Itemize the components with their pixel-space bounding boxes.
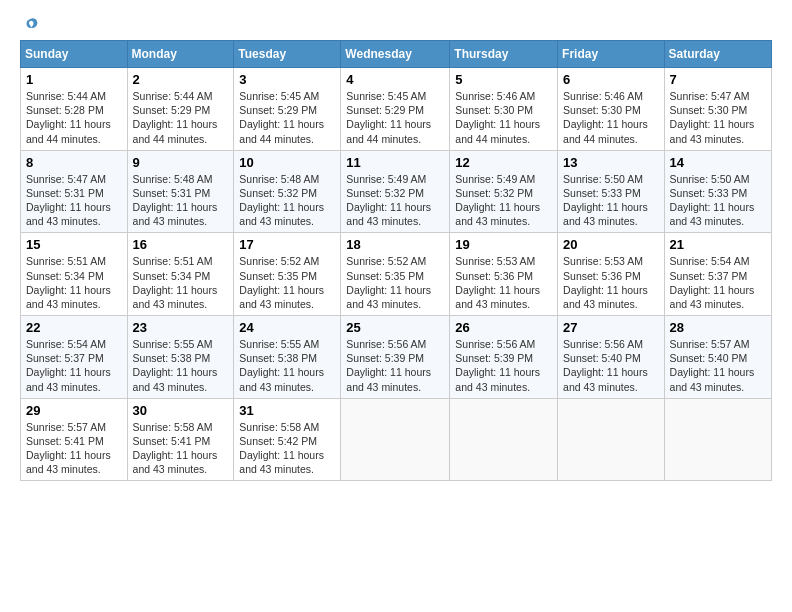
day-info: Sunrise: 5:49 AMSunset: 5:32 PMDaylight:… <box>346 172 444 229</box>
weekday-header-friday: Friday <box>558 41 665 68</box>
day-number: 20 <box>563 237 659 252</box>
day-info: Sunrise: 5:44 AMSunset: 5:29 PMDaylight:… <box>133 89 229 146</box>
day-number: 28 <box>670 320 766 335</box>
day-info: Sunrise: 5:47 AMSunset: 5:31 PMDaylight:… <box>26 172 122 229</box>
weekday-header-saturday: Saturday <box>664 41 771 68</box>
calendar-cell: 2Sunrise: 5:44 AMSunset: 5:29 PMDaylight… <box>127 68 234 151</box>
calendar-cell: 11Sunrise: 5:49 AMSunset: 5:32 PMDayligh… <box>341 150 450 233</box>
day-number: 11 <box>346 155 444 170</box>
calendar-cell: 9Sunrise: 5:48 AMSunset: 5:31 PMDaylight… <box>127 150 234 233</box>
day-info: Sunrise: 5:44 AMSunset: 5:28 PMDaylight:… <box>26 89 122 146</box>
day-info: Sunrise: 5:53 AMSunset: 5:36 PMDaylight:… <box>563 254 659 311</box>
day-number: 16 <box>133 237 229 252</box>
day-info: Sunrise: 5:51 AMSunset: 5:34 PMDaylight:… <box>26 254 122 311</box>
day-info: Sunrise: 5:49 AMSunset: 5:32 PMDaylight:… <box>455 172 552 229</box>
day-number: 25 <box>346 320 444 335</box>
day-number: 13 <box>563 155 659 170</box>
calendar-cell <box>558 398 665 481</box>
day-info: Sunrise: 5:57 AMSunset: 5:41 PMDaylight:… <box>26 420 122 477</box>
calendar-cell: 23Sunrise: 5:55 AMSunset: 5:38 PMDayligh… <box>127 316 234 399</box>
day-info: Sunrise: 5:46 AMSunset: 5:30 PMDaylight:… <box>563 89 659 146</box>
day-info: Sunrise: 5:45 AMSunset: 5:29 PMDaylight:… <box>239 89 335 146</box>
day-number: 18 <box>346 237 444 252</box>
calendar-cell: 6Sunrise: 5:46 AMSunset: 5:30 PMDaylight… <box>558 68 665 151</box>
day-number: 12 <box>455 155 552 170</box>
day-number: 3 <box>239 72 335 87</box>
day-number: 5 <box>455 72 552 87</box>
day-info: Sunrise: 5:50 AMSunset: 5:33 PMDaylight:… <box>563 172 659 229</box>
day-info: Sunrise: 5:50 AMSunset: 5:33 PMDaylight:… <box>670 172 766 229</box>
day-info: Sunrise: 5:58 AMSunset: 5:41 PMDaylight:… <box>133 420 229 477</box>
day-number: 15 <box>26 237 122 252</box>
day-number: 22 <box>26 320 122 335</box>
day-number: 8 <box>26 155 122 170</box>
calendar-cell: 12Sunrise: 5:49 AMSunset: 5:32 PMDayligh… <box>450 150 558 233</box>
day-info: Sunrise: 5:53 AMSunset: 5:36 PMDaylight:… <box>455 254 552 311</box>
day-info: Sunrise: 5:48 AMSunset: 5:31 PMDaylight:… <box>133 172 229 229</box>
day-info: Sunrise: 5:57 AMSunset: 5:40 PMDaylight:… <box>670 337 766 394</box>
day-number: 17 <box>239 237 335 252</box>
day-number: 2 <box>133 72 229 87</box>
day-number: 26 <box>455 320 552 335</box>
calendar-cell: 7Sunrise: 5:47 AMSunset: 5:30 PMDaylight… <box>664 68 771 151</box>
calendar-cell <box>341 398 450 481</box>
day-info: Sunrise: 5:56 AMSunset: 5:39 PMDaylight:… <box>455 337 552 394</box>
day-number: 9 <box>133 155 229 170</box>
day-number: 6 <box>563 72 659 87</box>
calendar-cell: 5Sunrise: 5:46 AMSunset: 5:30 PMDaylight… <box>450 68 558 151</box>
calendar-cell: 24Sunrise: 5:55 AMSunset: 5:38 PMDayligh… <box>234 316 341 399</box>
logo-text <box>20 20 40 34</box>
calendar-week-row: 1Sunrise: 5:44 AMSunset: 5:28 PMDaylight… <box>21 68 772 151</box>
calendar-cell: 22Sunrise: 5:54 AMSunset: 5:37 PMDayligh… <box>21 316 128 399</box>
calendar-cell: 13Sunrise: 5:50 AMSunset: 5:33 PMDayligh… <box>558 150 665 233</box>
calendar-body: 1Sunrise: 5:44 AMSunset: 5:28 PMDaylight… <box>21 68 772 481</box>
day-number: 27 <box>563 320 659 335</box>
calendar-cell: 4Sunrise: 5:45 AMSunset: 5:29 PMDaylight… <box>341 68 450 151</box>
day-info: Sunrise: 5:56 AMSunset: 5:39 PMDaylight:… <box>346 337 444 394</box>
day-number: 19 <box>455 237 552 252</box>
calendar-week-row: 15Sunrise: 5:51 AMSunset: 5:34 PMDayligh… <box>21 233 772 316</box>
day-number: 29 <box>26 403 122 418</box>
calendar-cell: 20Sunrise: 5:53 AMSunset: 5:36 PMDayligh… <box>558 233 665 316</box>
weekday-header-wednesday: Wednesday <box>341 41 450 68</box>
day-info: Sunrise: 5:54 AMSunset: 5:37 PMDaylight:… <box>26 337 122 394</box>
calendar-cell: 25Sunrise: 5:56 AMSunset: 5:39 PMDayligh… <box>341 316 450 399</box>
calendar-cell: 29Sunrise: 5:57 AMSunset: 5:41 PMDayligh… <box>21 398 128 481</box>
calendar-cell: 30Sunrise: 5:58 AMSunset: 5:41 PMDayligh… <box>127 398 234 481</box>
weekday-header-sunday: Sunday <box>21 41 128 68</box>
calendar-cell: 26Sunrise: 5:56 AMSunset: 5:39 PMDayligh… <box>450 316 558 399</box>
day-info: Sunrise: 5:48 AMSunset: 5:32 PMDaylight:… <box>239 172 335 229</box>
calendar-cell: 28Sunrise: 5:57 AMSunset: 5:40 PMDayligh… <box>664 316 771 399</box>
day-number: 21 <box>670 237 766 252</box>
calendar-cell <box>664 398 771 481</box>
calendar-cell: 27Sunrise: 5:56 AMSunset: 5:40 PMDayligh… <box>558 316 665 399</box>
day-number: 7 <box>670 72 766 87</box>
day-info: Sunrise: 5:46 AMSunset: 5:30 PMDaylight:… <box>455 89 552 146</box>
weekday-header-monday: Monday <box>127 41 234 68</box>
day-number: 24 <box>239 320 335 335</box>
day-info: Sunrise: 5:55 AMSunset: 5:38 PMDaylight:… <box>133 337 229 394</box>
calendar-cell: 17Sunrise: 5:52 AMSunset: 5:35 PMDayligh… <box>234 233 341 316</box>
day-number: 23 <box>133 320 229 335</box>
day-info: Sunrise: 5:56 AMSunset: 5:40 PMDaylight:… <box>563 337 659 394</box>
calendar-cell: 8Sunrise: 5:47 AMSunset: 5:31 PMDaylight… <box>21 150 128 233</box>
day-info: Sunrise: 5:47 AMSunset: 5:30 PMDaylight:… <box>670 89 766 146</box>
logo-bird-icon <box>22 16 40 34</box>
calendar-week-row: 29Sunrise: 5:57 AMSunset: 5:41 PMDayligh… <box>21 398 772 481</box>
weekday-header-thursday: Thursday <box>450 41 558 68</box>
day-number: 30 <box>133 403 229 418</box>
calendar-cell: 14Sunrise: 5:50 AMSunset: 5:33 PMDayligh… <box>664 150 771 233</box>
calendar-week-row: 22Sunrise: 5:54 AMSunset: 5:37 PMDayligh… <box>21 316 772 399</box>
calendar-cell: 19Sunrise: 5:53 AMSunset: 5:36 PMDayligh… <box>450 233 558 316</box>
calendar-table: SundayMondayTuesdayWednesdayThursdayFrid… <box>20 40 772 481</box>
day-number: 1 <box>26 72 122 87</box>
day-info: Sunrise: 5:45 AMSunset: 5:29 PMDaylight:… <box>346 89 444 146</box>
calendar-header-row: SundayMondayTuesdayWednesdayThursdayFrid… <box>21 41 772 68</box>
calendar-cell: 21Sunrise: 5:54 AMSunset: 5:37 PMDayligh… <box>664 233 771 316</box>
calendar-cell: 1Sunrise: 5:44 AMSunset: 5:28 PMDaylight… <box>21 68 128 151</box>
day-info: Sunrise: 5:51 AMSunset: 5:34 PMDaylight:… <box>133 254 229 311</box>
day-number: 4 <box>346 72 444 87</box>
calendar-cell: 10Sunrise: 5:48 AMSunset: 5:32 PMDayligh… <box>234 150 341 233</box>
calendar-cell: 31Sunrise: 5:58 AMSunset: 5:42 PMDayligh… <box>234 398 341 481</box>
logo <box>20 20 40 34</box>
